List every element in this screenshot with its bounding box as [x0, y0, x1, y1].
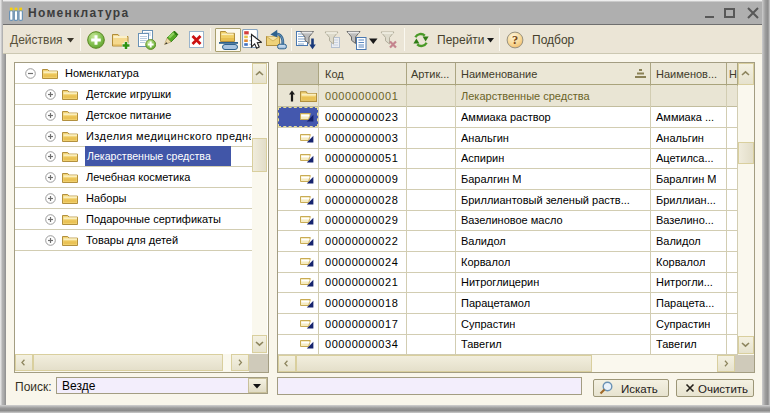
svg-text:?: ?	[512, 33, 518, 47]
